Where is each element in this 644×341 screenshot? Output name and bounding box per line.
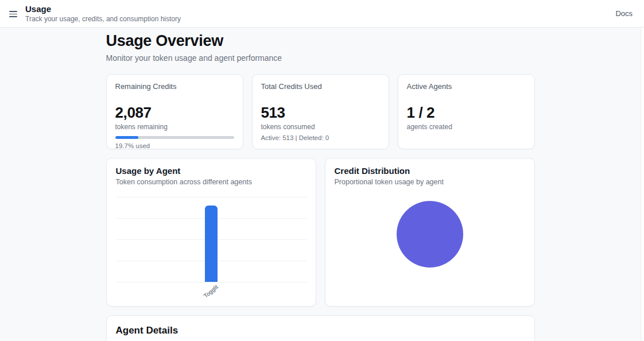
credit-pie: [397, 201, 463, 268]
chart-title: Usage by Agent: [116, 166, 307, 176]
pie-chart: [335, 186, 525, 268]
active-agents-card: Active Agents 1 / 2 agents created: [398, 74, 535, 149]
usage-bar: [205, 206, 218, 282]
app-subtitle: Track your usage, credits, and consumpti…: [25, 15, 181, 23]
remaining-credits-card: Remaining Credits 2,087 tokens remaining…: [106, 74, 243, 149]
menu-icon[interactable]: [9, 11, 17, 17]
stat-footnote: Active: 513 | Deleted: 0: [261, 134, 380, 141]
charts-row: Usage by Agent Token consumption across …: [106, 158, 535, 307]
usage-by-agent-card: Usage by Agent Token consumption across …: [106, 158, 316, 307]
x-axis-tick-label: Togglit: [202, 284, 219, 299]
credits-progress-fill: [115, 136, 139, 139]
credits-progress-bar: [115, 136, 234, 139]
stat-value: 2,087: [115, 104, 234, 121]
stat-value: 1 / 2: [407, 104, 526, 121]
stat-unit: tokens consumed: [261, 123, 380, 131]
main-content: Usage Overview Monitor your token usage …: [0, 28, 641, 341]
stat-label: Active Agents: [407, 82, 526, 91]
stat-footnote: 19.7% used: [115, 142, 234, 149]
agent-details-title: Agent Details: [116, 325, 525, 336]
scrollbar[interactable]: [641, 28, 644, 341]
page-subtitle: Monitor your token usage and agent perfo…: [106, 53, 535, 63]
credit-distribution-card: Credit Distribution Proportional token u…: [325, 158, 535, 307]
stat-label: Remaining Credits: [115, 82, 234, 91]
top-header: Usage Track your usage, credits, and con…: [0, 0, 644, 28]
stat-label: Total Credits Used: [261, 82, 380, 91]
stats-row: Remaining Credits 2,087 tokens remaining…: [106, 74, 535, 149]
gridline: [116, 197, 307, 197]
gridline: [116, 282, 307, 282]
header-text-block: Usage Track your usage, credits, and con…: [25, 4, 181, 23]
stat-value: 513: [261, 104, 380, 121]
app-title: Usage: [25, 4, 181, 14]
page-title: Usage Overview: [106, 32, 535, 50]
total-credits-card: Total Credits Used 513 tokens consumed A…: [252, 74, 389, 149]
chart-subtitle: Proportional token usage by agent: [335, 178, 525, 186]
docs-link[interactable]: Docs: [615, 9, 633, 18]
chart-title: Credit Distribution: [335, 166, 525, 176]
stat-unit: agents created: [407, 123, 526, 131]
stat-unit: tokens remaining: [115, 123, 234, 131]
bar-chart: Togglit: [116, 197, 307, 282]
chart-subtitle: Token consumption across different agent…: [116, 178, 307, 186]
agent-details-card: Agent Details Detailed breakdown of toke…: [106, 315, 535, 341]
